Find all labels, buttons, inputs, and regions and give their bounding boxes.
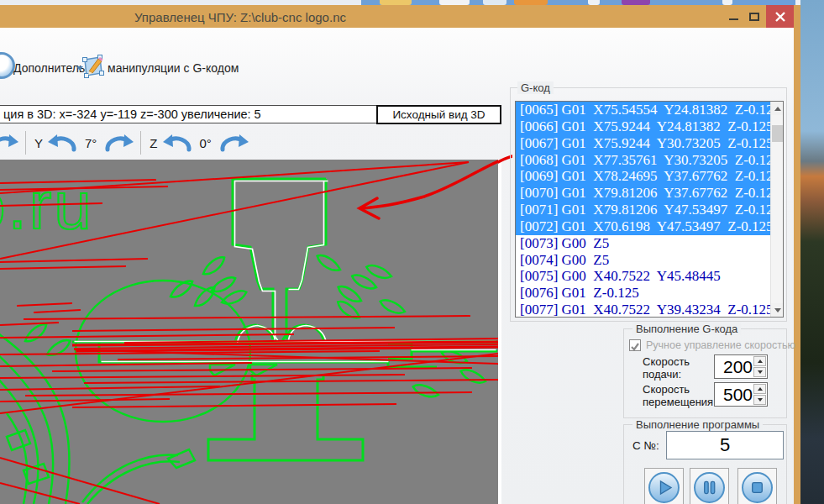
maximize-button[interactable] — [744, 5, 764, 28]
spin-down-icon — [758, 398, 763, 402]
move-speed-label: Скорость перемещения — [643, 383, 716, 408]
feed-speed-label: Скорость подачи: — [643, 355, 716, 381]
program-execution-label: Выполнение программы — [632, 418, 763, 431]
reset-view-button[interactable]: Исходный вид 3D — [376, 105, 501, 124]
gcode-line[interactable]: [0077] G01 X40.7522 Y39.43234 Z-0.125 — [516, 302, 770, 318]
gcode-line[interactable]: [0067] G01 X75.9244 Y30.73205 Z-0.125 — [516, 135, 770, 152]
spin-up-icon — [758, 387, 763, 391]
feed-speed-value: 200 — [723, 355, 753, 378]
spin-down-icon — [758, 370, 763, 374]
gcode-line[interactable]: [0072] G01 X70.6198 Y47.53497 Z-0.125 — [516, 218, 770, 235]
move-speed-spinner[interactable]: 500 — [714, 382, 768, 407]
window-title: Управленец ЧПУ: Z:\club-cnc logo.nc — [134, 10, 346, 24]
toolpath-canvas[interactable]: o.ru — [0, 160, 501, 504]
scroll-down-button[interactable] — [771, 303, 784, 317]
feed-speed-spinner[interactable]: 200 — [714, 354, 768, 379]
gcode-manipulation-button[interactable]: манипуляции с G-кодом — [108, 61, 239, 75]
rotate-z-cw-button[interactable] — [218, 133, 249, 153]
checkbox-check-icon — [630, 342, 640, 352]
gcode-line[interactable]: [0065] G01 X75.54554 Y24.81382 Z-0.125 — [516, 102, 770, 118]
gcode-line[interactable]: [0074] G00 Z5 — [516, 252, 770, 269]
gcode-line[interactable]: [0070] G01 X79.81206 Y37.67762 Z-0.125 — [516, 185, 770, 202]
scroll-down-icon — [774, 308, 781, 312]
rotation-toolbar: Y 7° Z 0° — [0, 128, 498, 158]
position-text: ция в 3D: x=-324 y=-119 z=-300 увеличени… — [0, 108, 261, 121]
scroll-up-icon — [774, 107, 781, 111]
move-speed-value: 500 — [723, 383, 753, 406]
start-line-label: С №: — [632, 439, 659, 452]
gcode-line[interactable]: [0076] G01 Z-0.125 — [516, 285, 770, 302]
window-border — [794, 5, 800, 504]
spin-up-icon — [758, 360, 763, 363]
position-bar: ция в 3D: x=-324 y=-119 z=-300 увеличени… — [0, 105, 376, 123]
screen: Управленец ЧПУ: Z:\club-cnc logo.nc Допо… — [0, 0, 824, 504]
start-line-field[interactable]: 5 — [666, 431, 784, 459]
gcode-group: G-код [0065] G01 X75.54554 Y24.81382 Z-0… — [510, 87, 787, 322]
move-speed-up-button[interactable] — [753, 384, 766, 394]
gcode-line[interactable]: [0069] G01 X78.24695 Y37.67762 Z-0.125 — [516, 168, 770, 185]
move-speed-down-button[interactable] — [753, 395, 766, 405]
reset-view-label: Исходный вид 3D — [392, 108, 485, 121]
gcode-manipulation-label: манипуляции с G-кодом — [108, 61, 239, 75]
rotate-cw-icon[interactable] — [0, 133, 18, 153]
close-button[interactable] — [766, 5, 794, 28]
gcode-list[interactable]: [0065] G01 X75.54554 Y24.81382 Z-0.125[0… — [515, 101, 784, 318]
rotate-y-ccw-button[interactable] — [48, 133, 78, 153]
pause-icon — [695, 472, 723, 503]
minimize-icon — [729, 18, 738, 20]
play-button[interactable] — [644, 468, 684, 504]
minimize-button[interactable] — [723, 5, 743, 28]
program-execution-group: Выполнение программы С №: 5 — [623, 424, 787, 504]
separator — [25, 131, 26, 155]
feed-speed-down-button[interactable] — [753, 367, 766, 377]
rotate-z-ccw-button[interactable] — [163, 133, 193, 153]
rotate-y-cw-button[interactable] — [103, 133, 134, 153]
edit-gcode-icon — [82, 53, 104, 78]
scroll-up-button[interactable] — [771, 102, 784, 115]
rotation-y-angle: 7° — [85, 136, 97, 150]
stop-icon — [743, 472, 771, 503]
gcode-execution-label: Выполнение G-кода — [632, 323, 741, 335]
rotation-z-label: Z — [150, 136, 157, 150]
pause-circle — [694, 472, 725, 503]
gcode-scrollbar[interactable] — [770, 102, 783, 317]
separator — [140, 131, 141, 155]
play-icon — [650, 472, 678, 503]
play-circle — [648, 472, 680, 503]
rotation-y-label: Y — [34, 136, 43, 150]
close-icon — [775, 12, 785, 22]
stop-button[interactable] — [737, 468, 777, 504]
toolpath-drawing: o.ru — [0, 160, 498, 504]
gcode-line[interactable]: [0073] G00 Z5 — [516, 235, 770, 252]
maximize-icon — [749, 13, 759, 21]
gcode-group-label: G-код — [517, 81, 554, 94]
gcode-line[interactable]: [0075] G00 X40.7522 Y45.48445 — [516, 268, 770, 285]
gcode-line[interactable]: [0071] G01 X79.81206 Y47.53497 Z-0.125 — [516, 202, 770, 218]
gcode-line[interactable]: [0068] G01 X77.35761 Y30.73205 Z-0.125 — [516, 152, 770, 169]
manual-speed-label: Ручное управление скоростью — [646, 339, 795, 351]
feed-speed-up-button[interactable] — [753, 356, 766, 366]
rotation-z-angle: 0° — [200, 136, 212, 150]
gcode-execution-group: Выполнение G-кода Ручное управление скор… — [623, 328, 787, 418]
scrollbar-thumb[interactable] — [772, 125, 783, 142]
manual-speed-checkbox[interactable] — [629, 339, 641, 351]
pause-button[interactable] — [690, 468, 729, 504]
gcode-line[interactable]: [0066] G01 X75.9244 Y24.81382 Z-0.125 — [516, 118, 770, 135]
stop-circle — [742, 472, 773, 503]
desktop-wallpaper — [800, 0, 824, 504]
titlebar[interactable]: Управленец ЧПУ: Z:\club-cnc logo.nc — [0, 5, 794, 28]
start-line-value: 5 — [720, 434, 730, 456]
